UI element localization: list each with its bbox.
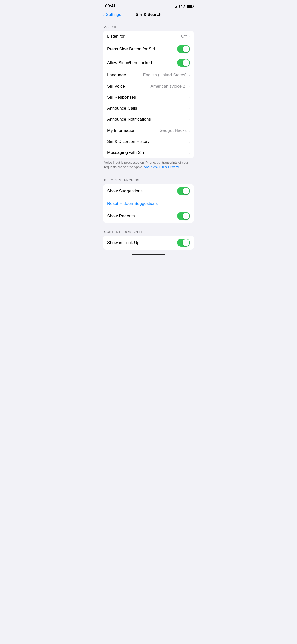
row-allow-locked-label: Allow Siri When Locked [107,60,177,65]
status-icons [175,5,193,8]
page-title: Siri & Search [136,12,161,17]
row-announce-calls[interactable]: Announce Calls › [103,103,194,114]
chevron-icon: › [189,151,190,155]
section-label-before-searching: BEFORE SEARCHING [99,173,198,184]
toggle-knob [183,46,189,52]
battery-icon [187,5,193,8]
back-chevron-icon: ‹ [103,12,105,17]
row-show-look-up: Show in Look Up [103,236,194,250]
row-announce-calls-label: Announce Calls [107,106,188,111]
row-announce-notifications[interactable]: Announce Notifications › [103,114,194,125]
chevron-icon: › [189,140,190,144]
row-my-information[interactable]: My Information Gadget Hacks › [103,125,194,136]
row-my-information-label: My Information [107,128,159,133]
row-siri-voice-value: American (Voice 2) [150,84,187,89]
ask-siri-footer: Voice input is processed on iPhone, but … [99,158,198,173]
row-siri-responses-label: Siri Responses [107,95,188,100]
row-language-label: Language [107,73,143,78]
row-siri-dictation[interactable]: Siri & Dictation History › [103,136,194,147]
back-label: Settings [106,12,121,17]
row-messaging[interactable]: Messaging with Siri › [103,147,194,158]
status-bar: 09:41 [99,0,198,10]
home-indicator [132,254,165,255]
signal-icon [175,5,180,8]
ask-siri-privacy-link[interactable]: About Ask Siri & Privacy... [144,165,181,169]
row-show-recents: Show Recents [103,209,194,223]
toggle-show-suggestions[interactable] [177,187,190,195]
toggle-knob [183,213,189,219]
reset-hidden-label: Reset Hidden Suggestions [107,201,158,206]
content-from-apple-card: Show in Look Up [103,236,194,250]
row-reset-hidden[interactable]: Reset Hidden Suggestions [103,198,194,209]
chevron-icon: › [189,84,190,89]
row-show-recents-label: Show Recents [107,214,177,219]
before-searching-card: Show Suggestions Reset Hidden Suggestion… [103,184,194,223]
chevron-icon: › [189,117,190,122]
section-label-ask-siri: ASK SIRI [99,20,198,31]
chevron-icon: › [189,129,190,133]
row-listen-for-value: Off [181,34,187,39]
chevron-icon: › [189,73,190,77]
row-messaging-label: Messaging with Siri [107,150,188,155]
toggle-knob [183,59,189,66]
row-show-suggestions-label: Show Suggestions [107,189,177,194]
row-show-look-up-label: Show in Look Up [107,240,177,245]
row-siri-voice[interactable]: Siri Voice American (Voice 2) › [103,81,194,92]
row-siri-responses[interactable]: Siri Responses › [103,92,194,103]
ask-siri-card: Listen for Off › Press Side Button for S… [103,31,194,158]
row-siri-voice-label: Siri Voice [107,84,150,89]
row-announce-notifications-label: Announce Notifications [107,117,188,122]
row-language-value: English (United States) [143,73,187,78]
row-allow-locked: Allow Siri When Locked [103,56,194,70]
row-siri-dictation-label: Siri & Dictation History [107,139,188,144]
row-show-suggestions: Show Suggestions [103,184,194,198]
row-listen-for[interactable]: Listen for Off › [103,31,194,42]
toggle-knob [183,188,189,194]
toggle-show-recents[interactable] [177,212,190,220]
section-label-content-from-apple: CONTENT FROM APPLE [99,225,198,236]
toggle-allow-locked[interactable] [177,59,190,67]
status-time: 09:41 [105,4,116,9]
wifi-icon [181,5,185,8]
chevron-icon: › [189,106,190,111]
nav-bar: ‹ Settings Siri & Search [99,10,198,20]
chevron-icon: › [189,34,190,39]
row-press-side: Press Side Button for Siri [103,42,194,56]
row-language[interactable]: Language English (United States) › [103,70,194,81]
row-my-information-value: Gadget Hacks [159,128,187,133]
row-press-side-label: Press Side Button for Siri [107,47,177,52]
row-listen-for-label: Listen for [107,34,181,39]
toggle-knob [183,239,189,246]
back-button[interactable]: ‹ Settings [103,12,121,17]
chevron-icon: › [189,95,190,100]
toggle-show-look-up[interactable] [177,239,190,247]
toggle-press-side[interactable] [177,45,190,53]
